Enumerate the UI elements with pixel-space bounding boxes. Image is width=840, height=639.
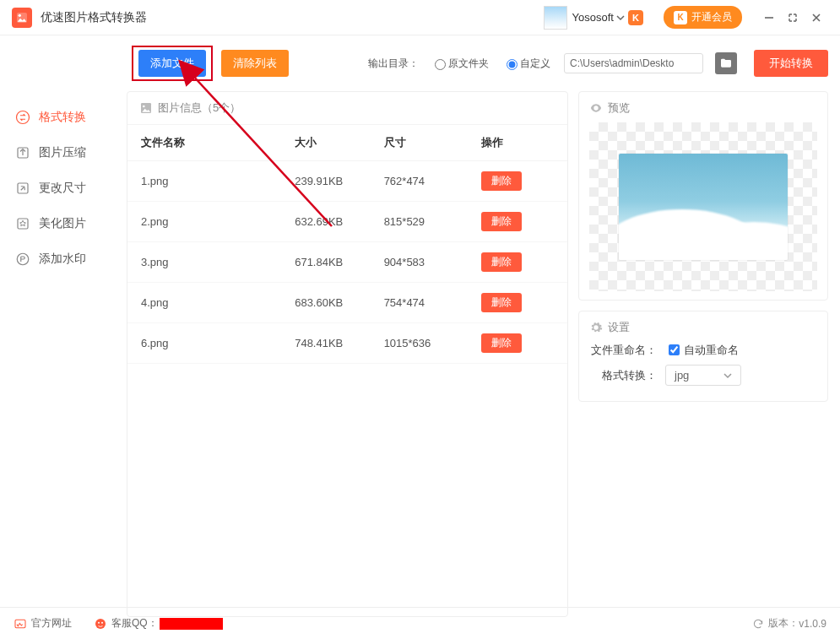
sidebar-item-beautify[interactable]: 美化图片 — [0, 206, 127, 241]
rename-label: 文件重命名： — [589, 343, 657, 358]
file-list-panel: 图片信息 （5个） 文件名称 大小 尺寸 操作 1.png239.91KB762… — [127, 91, 568, 617]
vip-button[interactable]: K 开通会员 — [664, 6, 742, 29]
vip-label: 开通会员 — [691, 10, 732, 24]
svg-point-3 — [17, 111, 30, 124]
format-select[interactable]: jpg — [665, 365, 741, 386]
user-menu[interactable]: Yososoft K — [544, 6, 643, 30]
sidebar-item-label: 添加水印 — [39, 252, 86, 267]
format-label: 格式转换： — [589, 368, 657, 383]
delete-button[interactable]: 删除 — [481, 333, 522, 353]
table-row: 3.png671.84KB904*583删除 — [127, 242, 567, 283]
vip-icon: K — [674, 11, 687, 24]
maximize-button[interactable] — [781, 6, 805, 30]
table-header: 文件名称 大小 尺寸 操作 — [127, 125, 567, 161]
svg-point-1 — [19, 14, 21, 16]
auto-rename-checkbox[interactable]: 自动重命名 — [665, 342, 739, 358]
add-file-button[interactable]: 添加文件 — [138, 50, 206, 77]
clear-list-button[interactable]: 清除列表 — [221, 50, 289, 77]
cell-dim: 754*474 — [384, 296, 481, 309]
cell-size: 748.41KB — [295, 337, 383, 349]
settings-title: 设置 — [608, 320, 630, 335]
cell-size: 671.84KB — [295, 256, 383, 268]
sidebar-item-label: 图片压缩 — [39, 145, 86, 160]
highlight-box: 添加文件 — [132, 46, 213, 81]
col-size: 大小 — [295, 135, 383, 150]
cell-size: 632.69KB — [295, 215, 383, 228]
cell-dim: 762*474 — [384, 175, 481, 187]
table-row: 4.png683.60KB754*474删除 — [127, 283, 567, 323]
preview-panel: 预览 — [578, 91, 828, 301]
eye-icon — [589, 101, 603, 115]
magic-icon — [15, 216, 30, 231]
toolbar: 添加文件 清除列表 输出目录： 原文件夹 自定义 开始转换 — [0, 35, 840, 91]
chevron-down-icon — [616, 14, 625, 22]
cell-name: 6.png — [141, 337, 295, 349]
compress-icon — [15, 145, 30, 160]
cell-name: 4.png — [141, 296, 295, 309]
radio-custom-folder[interactable]: 自定义 — [502, 57, 550, 71]
avatar — [544, 6, 567, 30]
qq-number-redacted — [160, 618, 223, 630]
start-convert-button[interactable]: 开始转换 — [754, 50, 828, 77]
table-row: 6.png748.41KB1015*636删除 — [127, 323, 567, 364]
col-name: 文件名称 — [141, 135, 295, 150]
svg-point-11 — [95, 619, 106, 629]
cell-dim: 1015*636 — [384, 337, 481, 349]
output-dir-label: 输出目录： — [368, 57, 419, 71]
table-row: 1.png239.91KB762*474删除 — [127, 161, 567, 202]
sidebar-item-resize[interactable]: 更改尺寸 — [0, 171, 127, 206]
sidebar-item-watermark[interactable]: 添加水印 — [0, 241, 127, 277]
preview-title: 预览 — [608, 100, 630, 116]
browse-folder-button[interactable] — [715, 52, 737, 74]
sidebar: 格式转换 图片压缩 更改尺寸 美化图片 添加水印 — [0, 91, 127, 617]
official-site-link[interactable]: 官方网址 — [14, 616, 72, 631]
file-header-label: 图片信息 — [158, 100, 202, 116]
gear-icon — [589, 321, 603, 334]
col-dim: 尺寸 — [384, 135, 481, 150]
sidebar-item-label: 美化图片 — [39, 216, 86, 231]
support-icon — [94, 617, 107, 631]
app-title: 优速图片格式转换器 — [41, 10, 147, 25]
cell-size: 683.60KB — [295, 296, 383, 309]
svg-point-13 — [101, 621, 103, 623]
chevron-down-icon — [723, 371, 732, 380]
cell-dim: 904*583 — [384, 256, 481, 268]
refresh-icon — [752, 618, 764, 630]
table-row: 2.png632.69KB815*529删除 — [127, 202, 567, 242]
svg-point-12 — [98, 621, 100, 623]
file-count: （5个） — [202, 100, 241, 116]
version-info[interactable]: 版本： v1.0.9 — [752, 616, 826, 631]
close-button[interactable] — [805, 6, 828, 30]
qq-support-link[interactable]: 客服QQ： — [94, 616, 223, 631]
output-path-input[interactable] — [564, 53, 703, 73]
website-icon — [14, 617, 27, 631]
delete-button[interactable]: 删除 — [481, 171, 522, 191]
image-icon — [139, 101, 153, 115]
format-value: jpg — [675, 369, 689, 382]
preview-image — [619, 154, 788, 260]
file-panel-header: 图片信息 （5个） — [127, 92, 567, 125]
cell-dim: 815*529 — [384, 215, 481, 228]
delete-button[interactable]: 删除 — [481, 212, 522, 231]
watermark-icon — [15, 252, 30, 267]
cell-size: 239.91KB — [295, 175, 383, 187]
delete-button[interactable]: 删除 — [481, 252, 522, 272]
sidebar-item-compress[interactable]: 图片压缩 — [0, 135, 127, 171]
sidebar-item-label: 更改尺寸 — [39, 181, 86, 196]
sidebar-item-label: 格式转换 — [39, 110, 86, 125]
titlebar: 优速图片格式转换器 Yososoft K K 开通会员 — [0, 0, 840, 35]
delete-button[interactable]: 删除 — [481, 293, 522, 312]
footer: 官方网址 客服QQ： 版本： v1.0.9 — [0, 607, 840, 639]
minimize-button[interactable] — [757, 6, 781, 30]
swap-icon — [15, 110, 30, 125]
preview-area — [589, 122, 817, 291]
sidebar-item-format[interactable]: 格式转换 — [0, 100, 127, 135]
radio-original-folder[interactable]: 原文件夹 — [431, 57, 489, 71]
col-ops: 操作 — [481, 135, 554, 150]
cell-name: 3.png — [141, 256, 295, 268]
settings-panel: 设置 文件重命名： 自动重命名 格式转换： jpg — [578, 311, 828, 402]
brand-badge-icon: K — [628, 10, 643, 25]
cell-name: 2.png — [141, 215, 295, 228]
resize-icon — [15, 181, 30, 196]
user-name: Yososoft — [572, 11, 614, 24]
